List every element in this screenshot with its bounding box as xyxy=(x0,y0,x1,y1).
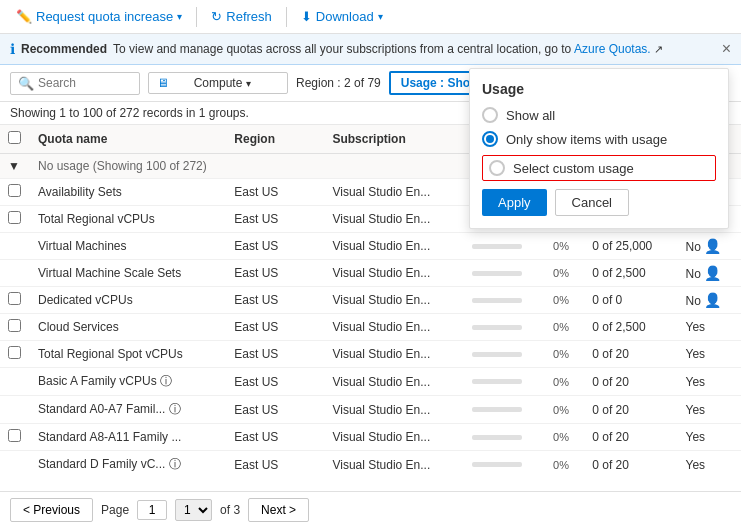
edit-icon: ✏️ xyxy=(16,9,32,24)
row-check[interactable] xyxy=(0,314,30,341)
request-quota-label: Request quota increase xyxy=(36,9,173,24)
region-cell: East US xyxy=(226,287,324,314)
quota-name-cell: Standard A8-A11 Family ... xyxy=(30,424,226,451)
page-of-text: of 3 xyxy=(220,503,240,517)
quota-name-cell: Virtual Machines xyxy=(30,233,226,260)
pct-cell: 0% xyxy=(545,424,584,451)
only-show-radio[interactable] xyxy=(482,131,498,147)
region-cell: East US xyxy=(226,341,324,368)
limit-cell: 0 of 25,000 xyxy=(584,233,677,260)
region-cell: East US xyxy=(226,233,324,260)
pct-cell: 0% xyxy=(545,260,584,287)
region-cell: East US xyxy=(226,451,324,476)
row-check[interactable] xyxy=(0,396,30,424)
table-row: Virtual Machine Scale Sets East US Visua… xyxy=(0,260,741,287)
adj-cell: Yes xyxy=(678,424,741,451)
progress-cell xyxy=(464,424,545,451)
custom-usage-radio[interactable] xyxy=(489,160,505,176)
quota-name-cell: Dedicated vCPUs xyxy=(30,287,226,314)
table-row: Basic A Family vCPUs ⓘ East US Visual St… xyxy=(0,368,741,396)
pct-cell: 0% xyxy=(545,396,584,424)
page-dropdown[interactable]: 1 2 3 xyxy=(175,499,212,521)
toolbar-separator2 xyxy=(286,7,287,27)
show-all-option[interactable]: Show all xyxy=(482,107,716,123)
next-button[interactable]: Next > xyxy=(248,498,309,522)
refresh-button[interactable]: ↻ Refresh xyxy=(205,6,278,27)
download-button[interactable]: ⬇ Download ▾ xyxy=(295,6,389,27)
custom-usage-label: Select custom usage xyxy=(513,161,634,176)
row-check[interactable] xyxy=(0,451,30,476)
download-label: Download xyxy=(316,9,374,24)
info-bar: ℹ Recommended To view and manage quotas … xyxy=(0,34,741,65)
request-quota-button[interactable]: ✏️ Request quota increase ▾ xyxy=(10,6,188,27)
show-all-label: Show all xyxy=(506,108,555,123)
limit-cell: 0 of 2,500 xyxy=(584,260,677,287)
progress-cell xyxy=(464,396,545,424)
sub-cell: Visual Studio En... xyxy=(324,179,464,206)
region-cell: East US xyxy=(226,206,324,233)
limit-cell: 0 of 20 xyxy=(584,451,677,476)
compute-dropdown[interactable]: 🖥 Compute ▾ xyxy=(148,72,288,94)
group-expand-col[interactable]: ▼ xyxy=(0,154,30,179)
chevron-down-icon: ▾ xyxy=(177,11,182,22)
region-cell: East US xyxy=(226,260,324,287)
table-row: Standard A0-A7 Famil... ⓘ East US Visual… xyxy=(0,396,741,424)
show-all-radio[interactable] xyxy=(482,107,498,123)
row-check[interactable] xyxy=(0,287,30,314)
previous-button[interactable]: < Previous xyxy=(10,498,93,522)
close-infobar-button[interactable]: × xyxy=(722,40,731,58)
table-row: Standard D Family vC... ⓘ East US Visual… xyxy=(0,451,741,476)
select-all-checkbox[interactable] xyxy=(8,131,21,144)
row-check[interactable] xyxy=(0,341,30,368)
sub-cell: Visual Studio En... xyxy=(324,424,464,451)
quota-name-header: Quota name xyxy=(30,125,226,154)
row-check[interactable] xyxy=(0,179,30,206)
adj-cell: Yes xyxy=(678,368,741,396)
table-row: Virtual Machines East US Visual Studio E… xyxy=(0,233,741,260)
table-row: Dedicated vCPUs East US Visual Studio En… xyxy=(0,287,741,314)
group-subtitle: (Showing 100 of 272) xyxy=(93,159,207,173)
select-all-col[interactable] xyxy=(0,125,30,154)
row-check[interactable] xyxy=(0,368,30,396)
sub-cell: Visual Studio En... xyxy=(324,287,464,314)
refresh-icon: ↻ xyxy=(211,9,222,24)
pct-cell: 0% xyxy=(545,233,584,260)
progress-cell xyxy=(464,341,545,368)
sub-cell: Visual Studio En... xyxy=(324,341,464,368)
dropdown-title: Usage xyxy=(482,81,716,97)
compute-label: Compute xyxy=(194,76,243,90)
row-check[interactable] xyxy=(0,424,30,451)
panel-buttons: Apply Cancel xyxy=(482,189,716,216)
row-check[interactable] xyxy=(0,260,30,287)
search-input[interactable] xyxy=(38,76,132,90)
quota-name-cell: Total Regional vCPUs xyxy=(30,206,226,233)
row-check[interactable] xyxy=(0,233,30,260)
records-text: Showing 1 to 100 of 272 records in 1 gro… xyxy=(10,106,249,120)
compute-chevron-icon: ▾ xyxy=(246,78,279,89)
page-input[interactable] xyxy=(137,500,167,520)
sub-cell: Visual Studio En... xyxy=(324,206,464,233)
limit-cell: 0 of 20 xyxy=(584,396,677,424)
search-box: 🔍 xyxy=(10,72,140,95)
only-show-label: Only show items with usage xyxy=(506,132,667,147)
chevron-down-icon2: ▾ xyxy=(378,11,383,22)
azure-quotas-link[interactable]: Azure Quotas. xyxy=(574,42,651,56)
row-check[interactable] xyxy=(0,206,30,233)
table-row: Total Regional Spot vCPUs East US Visual… xyxy=(0,341,741,368)
only-show-option[interactable]: Only show items with usage xyxy=(482,131,716,147)
cancel-button[interactable]: Cancel xyxy=(555,189,629,216)
sub-cell: Visual Studio En... xyxy=(324,368,464,396)
quota-name-cell: Total Regional Spot vCPUs xyxy=(30,341,226,368)
limit-cell: 0 of 2,500 xyxy=(584,314,677,341)
sub-cell: Visual Studio En... xyxy=(324,314,464,341)
limit-cell: 0 of 20 xyxy=(584,341,677,368)
subscription-header: Subscription xyxy=(324,125,464,154)
region-cell: East US xyxy=(226,314,324,341)
sub-cell: Visual Studio En... xyxy=(324,260,464,287)
info-message: To view and manage quotas across all you… xyxy=(113,42,663,56)
custom-usage-option[interactable]: Select custom usage xyxy=(482,155,716,181)
pct-cell: 0% xyxy=(545,341,584,368)
user-icon: 👤 xyxy=(704,292,721,308)
toolbar: ✏️ Request quota increase ▾ ↻ Refresh ⬇ … xyxy=(0,0,741,34)
apply-button[interactable]: Apply xyxy=(482,189,547,216)
